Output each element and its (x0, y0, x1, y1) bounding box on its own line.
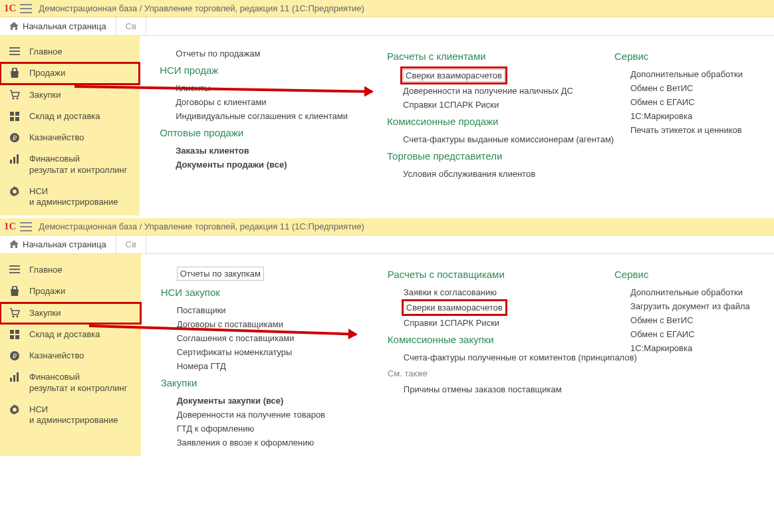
menu-link[interactable]: Сверки взаиморасчетов (404, 301, 505, 314)
menu-link[interactable]: Дополнительные обработки (630, 67, 761, 81)
menu-link[interactable]: Документы закупки (все) (177, 394, 368, 408)
sidebar-item-label: Финансовый результат и контроллинг (29, 154, 133, 176)
section-title: НСИ закупок (161, 287, 368, 298)
tab-home[interactable]: Начальная страница (0, 17, 116, 35)
svg-rect-13 (17, 154, 19, 164)
tab-home[interactable]: Начальная страница (0, 235, 116, 253)
cart-icon (9, 90, 23, 100)
column-3: СервисДополнительные обработкиОбмен с Ве… (614, 47, 761, 209)
menu-link[interactable]: Обмен с ЕГАИС (630, 327, 761, 341)
menu-link[interactable]: Индивидуальные соглашения с клиентами (176, 109, 367, 123)
sidebar-item-label: НСИ и администрирование (29, 404, 134, 426)
sidebar-item-label: Склад и доставка (29, 329, 134, 340)
menu-link[interactable]: Отчеты по закупкам (177, 267, 264, 281)
tab-partial-2[interactable]: Св (116, 235, 146, 253)
sidebar-item-gear[interactable]: НСИ и администрирование (0, 399, 141, 432)
menu-link[interactable]: Сверки взаиморасчетов (403, 69, 505, 82)
svg-point-18 (17, 315, 19, 317)
menu-link[interactable]: Печать этикеток и ценников (630, 123, 761, 137)
tab-home-label: Начальная страница (23, 239, 106, 249)
menu-link[interactable]: Дополнительные обработки (630, 285, 761, 299)
svg-rect-11 (10, 160, 12, 164)
column-1: Отчеты по закупкамНСИ закупокПоставщикиД… (161, 265, 368, 450)
menu-link[interactable]: Доверенности на получение товаров (177, 408, 368, 422)
menu-link[interactable]: Обмен с ВетИС (630, 81, 761, 95)
sidebar-item-menu[interactable]: Главное (0, 259, 141, 281)
section-title: Комиссионные закупки (388, 334, 594, 345)
menu-link[interactable]: 1С:Маркировка (630, 341, 761, 355)
bars-icon (9, 372, 23, 382)
sidebar-item-gear[interactable]: НСИ и администрирование (0, 181, 140, 213)
sidebar-item-ruble[interactable]: ₽Казначейство (0, 345, 141, 366)
menu-icon (9, 265, 23, 274)
hamburger-icon[interactable] (20, 222, 32, 231)
menu-link[interactable]: 1С:Маркировка (630, 109, 761, 123)
sidebar-item-bag[interactable]: Продажи (0, 63, 140, 84)
menu-link[interactable]: Доверенности на получение наличных ДС (403, 84, 594, 98)
svg-rect-15 (9, 269, 20, 270)
sidebar: ГлавноеПродажиЗакупкиСклад и доставка₽Ка… (0, 254, 141, 456)
sidebar-item-label: Казначейство (29, 350, 134, 361)
menu-link[interactable]: Справки 1СПАРК Риски (403, 98, 594, 112)
grid-icon (9, 111, 23, 122)
column-2: Расчеты с поставщикамиЗаявки к согласова… (388, 265, 594, 450)
menu-link[interactable]: Обмен с ВетИС (630, 313, 761, 327)
sidebar-item-label: Казначейство (29, 132, 133, 143)
menu-link[interactable]: ГТД к оформлению (177, 422, 368, 436)
menu-link[interactable]: Счета-фактуры выданные комиссионерам (аг… (403, 132, 594, 146)
sidebar-item-label: Продажи (29, 286, 134, 297)
menu-link[interactable]: Обмен с ЕГАИС (630, 95, 761, 109)
menu-icon (9, 47, 23, 56)
panel-sales: 1C Демонстрационная база / Управление то… (0, 0, 774, 215)
logo-1c: 1C (4, 3, 16, 14)
sidebar-item-label: Закупки (29, 308, 134, 319)
gear-icon (9, 404, 23, 415)
svg-rect-2 (9, 54, 20, 55)
menu-link[interactable]: Поставщики (177, 303, 368, 317)
svg-rect-22 (15, 335, 19, 339)
app-header: 1C Демонстрационная база / Управление то… (0, 218, 774, 235)
menu-link[interactable]: Отчеты по продажам (176, 47, 367, 61)
sidebar-item-grid[interactable]: Склад и доставка (0, 106, 140, 127)
menu-link[interactable]: Заявления о ввозе к оформлению (177, 436, 368, 450)
svg-rect-27 (17, 372, 19, 382)
svg-point-3 (13, 97, 15, 99)
column-2: Расчеты с клиентамиСверки взаиморасчетов… (387, 47, 594, 209)
content-sales: Отчеты по продажамНСИ продажКлиентыДогов… (140, 36, 774, 215)
menu-link[interactable]: Загрузить документ из файла (630, 299, 761, 313)
section-title: Сервис (614, 51, 761, 62)
menu-link[interactable]: Условия обслуживания клиентов (403, 167, 594, 181)
sidebar-item-ruble[interactable]: ₽Казначейство (0, 127, 140, 148)
svg-text:₽: ₽ (13, 134, 17, 142)
home-icon (9, 22, 19, 31)
menu-link[interactable]: Заказы клиентов (176, 144, 367, 158)
svg-rect-7 (10, 117, 14, 121)
menu-link[interactable]: Документы продажи (все) (176, 158, 367, 172)
bag-icon (9, 286, 23, 297)
menu-link[interactable]: Заявки к согласованию (404, 285, 594, 299)
svg-rect-0 (9, 47, 20, 49)
sidebar-item-bars[interactable]: Финансовый результат и контроллинг (0, 148, 140, 181)
sidebar-item-bag[interactable]: Продажи (0, 281, 141, 302)
content-purchases: Отчеты по закупкамНСИ закупокПоставщикиД… (141, 254, 774, 456)
menu-link[interactable]: Сертификаты номенклатуры (177, 345, 368, 359)
menu-link[interactable]: Справки 1СПАРК Риски (404, 316, 594, 330)
menu-link[interactable]: Договоры с клиентами (176, 95, 367, 109)
svg-rect-6 (15, 112, 19, 116)
svg-rect-21 (10, 335, 14, 339)
sidebar-item-bars[interactable]: Финансовый результат и контроллинг (0, 366, 141, 399)
tab-partial-1[interactable]: Св (116, 17, 146, 35)
sidebar-item-label: Склад и доставка (29, 111, 133, 122)
svg-rect-8 (15, 117, 19, 121)
menu-link[interactable]: Номера ГТД (177, 359, 368, 373)
hamburger-icon[interactable] (20, 4, 32, 13)
menu-link[interactable]: Счета-фактуры полученные от комитентов (… (404, 350, 594, 364)
sidebar-item-label: Продажи (29, 68, 133, 78)
sidebar-item-menu[interactable]: Главное (0, 41, 140, 63)
section-title: Расчеты с поставщиками (388, 269, 594, 280)
sidebar-item-label: Финансовый результат и контроллинг (29, 372, 134, 394)
tabs-bar: Начальная страница Св (0, 235, 774, 254)
sidebar-item-cart[interactable]: Закупки (0, 303, 141, 324)
panel-purchases: 1C Демонстрационная база / Управление то… (0, 218, 774, 456)
menu-link[interactable]: Причины отмены заказов поставщикам (404, 382, 594, 396)
